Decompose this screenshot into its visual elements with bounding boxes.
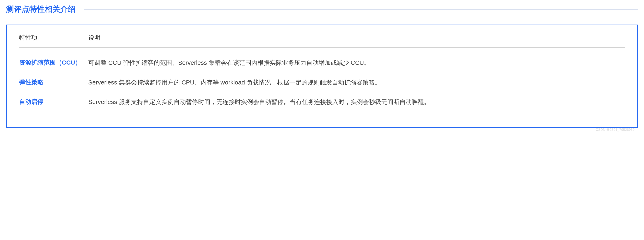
feature-name: 弹性策略 (19, 78, 88, 87)
table-header-row: 特性项 说明 (19, 33, 625, 48)
section-title: 测评点特性相关介绍 (6, 4, 76, 14)
table-row: 资源扩缩范围（CCU） 可调整 CCU 弹性扩缩容的范围。Serverless … (19, 58, 625, 68)
section-divider (84, 9, 638, 9)
feature-description: 可调整 CCU 弹性扩缩容的范围。Serverless 集群会在该范围内根据实际… (88, 58, 625, 68)
section-header: 测评点特性相关介绍 (6, 4, 638, 14)
table-header-description: 说明 (88, 33, 625, 42)
feature-name: 自动启停 (19, 97, 88, 107)
table-header-feature: 特性项 (19, 33, 88, 42)
watermark: CSDN @2301_79528959 (596, 128, 635, 131)
feature-description: Serverless 服务支持自定义实例自动暂停时间，无连接时实例会自动暂停。当… (88, 97, 625, 107)
table-row: 弹性策略 Serverless 集群会持续监控用户的 CPU、内存等 workl… (19, 78, 625, 87)
table-row: 自动启停 Serverless 服务支持自定义实例自动暂停时间，无连接时实例会自… (19, 97, 625, 107)
feature-description: Serverless 集群会持续监控用户的 CPU、内存等 workload 负… (88, 78, 625, 87)
feature-table-container: 特性项 说明 资源扩缩范围（CCU） 可调整 CCU 弹性扩缩容的范围。Serv… (6, 24, 638, 128)
feature-name: 资源扩缩范围（CCU） (19, 58, 88, 68)
